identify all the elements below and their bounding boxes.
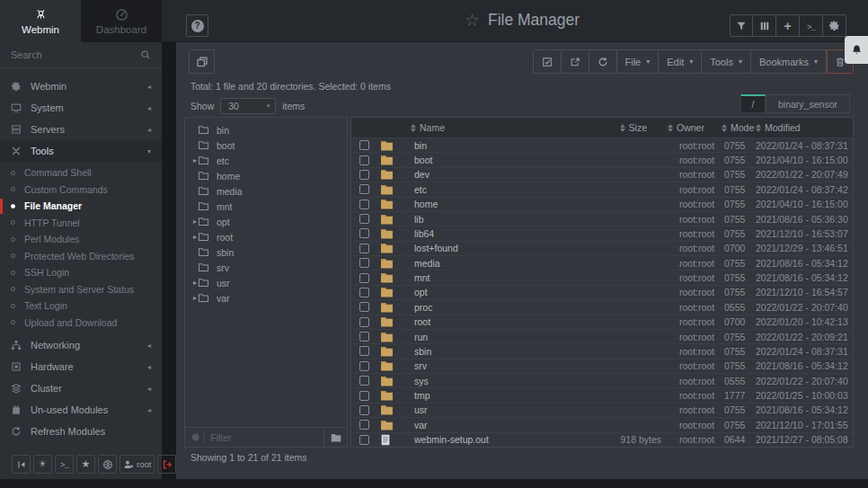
row-checkbox[interactable] — [359, 435, 369, 445]
tab-dashboard[interactable]: Dashboard — [81, 0, 162, 42]
tree-item-srv[interactable]: srv — [185, 260, 347, 275]
favorites-button[interactable]: ★ — [76, 455, 95, 474]
tree-item-media[interactable]: media — [185, 183, 347, 199]
row-checkbox[interactable] — [359, 346, 369, 356]
sidebar-item-un-used-modules[interactable]: Un-used Modules◂ — [0, 399, 162, 421]
logout-button[interactable] — [157, 455, 176, 474]
expand-icon[interactable]: ▸ — [185, 233, 198, 241]
table-row-lib[interactable]: libroot:root07552021/08/16 - 05:36:30 — [351, 211, 853, 226]
select-all-button[interactable] — [533, 49, 562, 74]
table-row-home[interactable]: homeroot:root07552021/04/10 - 16:15:00 — [351, 197, 853, 211]
tree-item-sbin[interactable]: sbin — [185, 244, 347, 260]
row-checkbox[interactable] — [359, 391, 369, 401]
expand-icon[interactable]: ▸ — [185, 217, 198, 226]
sidebar-item-webmin[interactable]: Webmin◂ — [0, 75, 162, 97]
tree-item-var[interactable]: ▸var — [185, 290, 347, 306]
row-checkbox[interactable] — [359, 228, 369, 238]
language-button[interactable] — [98, 455, 117, 474]
table-row-boot[interactable]: bootroot:root07552021/04/10 - 16:15:00 — [351, 152, 853, 166]
row-checkbox[interactable] — [359, 420, 369, 430]
tree-item-boot[interactable]: boot — [185, 138, 347, 153]
menu-edit[interactable]: Edit▾ — [659, 49, 702, 74]
sidebar-item-ssh-login[interactable]: SSH Login — [0, 264, 162, 281]
table-row-etc[interactable]: etcroot:root07552022/01/24 - 08:37:42 — [351, 182, 853, 196]
tree-item-home[interactable]: home — [185, 168, 347, 183]
columns-button[interactable] — [753, 14, 776, 37]
table-row-tmp[interactable]: tmproot:root17772022/01/25 - 10:00:03 — [351, 387, 853, 402]
row-checkbox[interactable] — [359, 361, 369, 371]
expand-icon[interactable]: ▸ — [185, 279, 198, 287]
collapse-sidebar-button[interactable] — [12, 455, 31, 474]
row-checkbox[interactable] — [359, 244, 369, 253]
table-row-root[interactable]: rootroot:root07002022/01/20 - 10:42:13 — [351, 315, 853, 329]
open-in-button[interactable] — [562, 49, 589, 74]
table-row-dev[interactable]: devroot:root07552022/01/22 - 20:07:49 — [351, 167, 853, 182]
menu-bookmarks[interactable]: Bookmarks▾ — [751, 49, 827, 74]
menu-tools[interactable]: Tools▾ — [702, 49, 751, 74]
row-checkbox[interactable] — [359, 288, 369, 297]
table-row-bin[interactable]: binroot:root07552022/01/24 - 08:37:31 — [351, 138, 853, 152]
sidebar-item-system-and-server-status[interactable]: System and Server Status — [0, 281, 162, 298]
row-checkbox[interactable] — [359, 140, 369, 150]
shell-button[interactable]: >_ — [55, 455, 74, 474]
show-count-select[interactable]: 30 ▾ — [220, 98, 276, 114]
table-row-usr[interactable]: usrroot:root07552021/08/16 - 05:34:12 — [351, 403, 853, 417]
row-checkbox[interactable] — [359, 184, 369, 194]
row-checkbox[interactable] — [359, 317, 369, 327]
terminal-button[interactable]: >_ — [800, 14, 823, 37]
user-button[interactable]: root — [120, 455, 155, 474]
filter-button[interactable] — [730, 14, 753, 37]
row-checkbox[interactable] — [359, 302, 369, 312]
sidebar-item-http-tunnel[interactable]: HTTP Tunnel — [0, 215, 162, 232]
table-row-var[interactable]: varroot:root07552021/12/10 - 17:01:55 — [351, 417, 853, 431]
search-input[interactable] — [11, 49, 140, 60]
sidebar-item-file-manager[interactable]: File Manager — [0, 198, 162, 215]
star-outline-icon[interactable]: ☆ — [465, 10, 480, 31]
table-row-sys[interactable]: sysroot:root05552022/01/22 - 20:07:40 — [351, 373, 853, 387]
table-row-webmin-setup-out[interactable]: webmin-setup.out918 bytesroot:root064420… — [351, 432, 853, 447]
row-checkbox[interactable] — [359, 405, 369, 415]
path-root-button[interactable]: / — [740, 94, 766, 113]
table-row-mnt[interactable]: mntroot:root07552021/08/16 - 05:34:12 — [351, 270, 853, 284]
sidebar-item-text-login[interactable]: Text Login — [0, 297, 162, 315]
expand-icon[interactable]: ▸ — [185, 156, 198, 164]
column-header-size[interactable]: Size — [602, 122, 667, 133]
sidebar-item-cluster[interactable]: Cluster◂ — [0, 377, 162, 399]
sidebar-item-upload-and-download[interactable]: Upload and Download — [0, 315, 162, 332]
sidebar-item-perl-modules[interactable]: Perl Modules — [0, 231, 162, 248]
row-checkbox[interactable] — [359, 214, 369, 224]
filter-input[interactable] — [205, 432, 323, 443]
theme-button[interactable]: ☀ — [33, 455, 52, 474]
row-checkbox[interactable] — [359, 332, 369, 342]
sidebar-item-system[interactable]: System◂ — [0, 97, 162, 119]
sidebar-item-command-shell[interactable]: Command Shell — [0, 164, 162, 182]
tab-webmin[interactable]: Webmin — [0, 0, 81, 42]
row-checkbox[interactable] — [359, 200, 369, 209]
table-row-sbin[interactable]: sbinroot:root07552022/01/24 - 08:37:31 — [351, 343, 853, 358]
clear-filter-icon[interactable]: ⊗ — [185, 431, 204, 443]
tree-item-opt[interactable]: ▸opt — [185, 214, 347, 229]
row-checkbox[interactable] — [359, 170, 369, 180]
table-row-media[interactable]: mediaroot:root07552021/08/16 - 05:34:12 — [351, 255, 853, 270]
tree-item-bin[interactable]: bin — [185, 122, 347, 138]
expand-icon[interactable]: ▸ — [185, 294, 198, 302]
refresh-button[interactable] — [589, 49, 617, 74]
folder-select-button[interactable] — [323, 428, 347, 447]
path-segment-button[interactable]: binary_sensor — [766, 94, 850, 113]
sidebar-item-custom-commands[interactable]: Custom Commands — [0, 182, 162, 199]
column-header-mode[interactable]: Mode — [712, 122, 753, 133]
column-header-name[interactable]: Name — [409, 122, 602, 133]
row-checkbox[interactable] — [359, 155, 369, 165]
sidebar-item-networking[interactable]: Networking◂ — [0, 334, 162, 356]
notifications-button[interactable] — [845, 36, 868, 64]
column-header-owner[interactable]: Owner — [667, 122, 712, 133]
sidebar-item-refresh-modules[interactable]: Refresh Modules — [0, 421, 162, 442]
table-row-proc[interactable]: procroot:root05552022/01/22 - 20:07:40 — [351, 299, 853, 314]
tree-item-usr[interactable]: ▸usr — [185, 275, 347, 290]
table-row-srv[interactable]: srvroot:root07552021/08/16 - 05:34:12 — [351, 359, 853, 373]
table-row-lib64[interactable]: lib64root:root07552021/12/10 - 16:53:07 — [351, 226, 853, 240]
clone-window-button[interactable] — [189, 49, 215, 74]
table-row-run[interactable]: runroot:root07552022/01/22 - 20:09:21 — [351, 329, 853, 343]
row-checkbox[interactable] — [359, 258, 369, 268]
table-row-opt[interactable]: optroot:root07552021/12/10 - 16:54:57 — [351, 285, 853, 299]
